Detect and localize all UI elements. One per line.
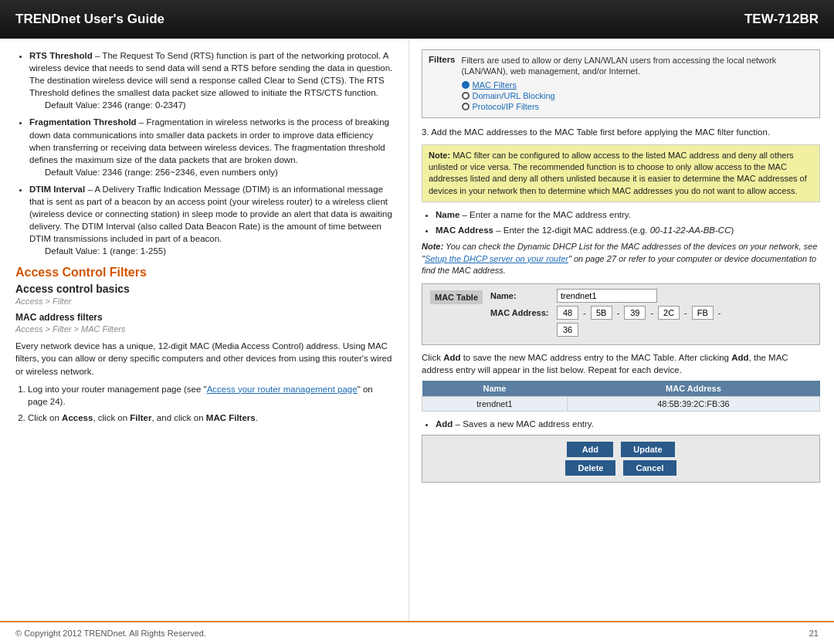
filter-content: Filters are used to allow or deny LAN/WL…: [462, 55, 813, 113]
management-page-link[interactable]: Access your router management page: [207, 385, 358, 394]
breadcrumb-access-filter: Access > Filter: [15, 297, 395, 306]
page-number: 21: [809, 629, 819, 638]
add-bullet: Add – Saves a new MAC address entry.: [436, 418, 820, 430]
setup-dhcp-link[interactable]: Setup the DHCP server on your router: [425, 254, 568, 263]
list-item-dtim: DTIM Interval – A Delivery Traffic Indic…: [29, 183, 395, 258]
right-column: Filters Filters are used to allow or den…: [409, 39, 834, 621]
mac-name-label: Name:: [490, 291, 552, 300]
mac-description: Every network device has a unique, 12-di…: [15, 340, 395, 378]
action-buttons: Add Update Delete Cancel: [422, 435, 820, 483]
mac-address-label: MAC Address:: [490, 308, 552, 317]
frag-term: Fragmentation Threshold: [29, 117, 137, 127]
list-item-frag: Fragmentation Threshold – Fragmentation …: [29, 116, 395, 178]
filter-option-domain: Domain/URL Blocking: [462, 91, 813, 100]
mac-table-form: MAC Table Name: MAC Address: - - - -: [422, 283, 820, 345]
section-heading-acf: Access Control Filters: [15, 266, 395, 280]
footer: © Copyright 2012 TRENDnet. All Rights Re…: [0, 621, 834, 644]
filter-options: MAC Filters Domain/URL Blocking Protocol…: [462, 80, 813, 111]
radio-mac: [462, 81, 470, 89]
header: TRENDnet User's Guide TEW-712BR: [0, 0, 834, 39]
dtim-term: DTIM Interval: [29, 185, 85, 194]
mac-row-address: 48:5B:39:2C:FB:36: [567, 396, 819, 411]
subsection-heading-acb: Access control basics: [15, 283, 395, 295]
col-mac: MAC Address: [567, 381, 819, 397]
mac-list-table: Name MAC Address trendnet1 48:5B:39:2C:F…: [422, 381, 820, 412]
delete-button[interactable]: Delete: [565, 460, 615, 476]
radio-protocol: [462, 103, 470, 110]
copyright-text: © Copyright 2012 TRENDnet. All Rights Re…: [15, 629, 206, 638]
col-name: Name: [422, 381, 568, 397]
mac-list-row: trendnet1 48:5B:39:2C:FB:36: [422, 396, 820, 411]
note-italic-2: Note: You can check the Dynamic DHCP Lis…: [422, 241, 820, 276]
step-2: Click on Access, click on Filter, and cl…: [28, 412, 395, 424]
mac-seg-3[interactable]: [624, 306, 646, 320]
steps-list: Log into your router management page (se…: [28, 383, 395, 424]
step-3-text: 3. Add the MAC addresses to the MAC Tabl…: [422, 126, 820, 138]
step-1: Log into your router management page (se…: [28, 383, 395, 408]
right-bullets: Name – Enter a name for the MAC address …: [436, 208, 820, 236]
mac-form: Name: MAC Address: - - - - -: [490, 289, 720, 340]
cancel-button[interactable]: Cancel: [623, 460, 676, 476]
mac-seg-4[interactable]: [658, 306, 680, 320]
list-item-rts: RTS Threshold – The Request To Send (RTS…: [29, 49, 395, 111]
left-column: RTS Threshold – The Request To Send (RTS…: [0, 39, 409, 621]
rts-default: Default Value: 2346 (range: 0-2347): [45, 99, 395, 111]
mac-breadcrumb: Access > Filter > MAC Filters: [15, 324, 395, 334]
radio-domain: [462, 92, 470, 100]
filter-option-mac: MAC Filters: [462, 80, 813, 90]
mac-filter-heading: MAC address filters: [15, 312, 395, 323]
dtim-default: Default Value: 1 (range: 1-255): [45, 245, 395, 257]
note-box-1: Note: MAC filter can be configured to al…: [422, 144, 820, 203]
main-content: RTS Threshold – The Request To Send (RTS…: [0, 39, 834, 621]
mac-filters-link[interactable]: MAC Filters: [473, 80, 517, 90]
add-button[interactable]: Add: [567, 442, 613, 457]
wireless-settings-list: RTS Threshold – The Request To Send (RTS…: [29, 49, 395, 258]
mac-name-row: Name:: [490, 289, 720, 303]
header-title: TRENDnet User's Guide: [15, 12, 164, 27]
mac-seg-5[interactable]: [692, 306, 714, 320]
frag-default: Default Value: 2346 (range: 256~2346, ev…: [45, 166, 395, 178]
filter-screenshot: Filters Filters are used to allow or den…: [422, 49, 820, 118]
mac-address-row: MAC Address: - - - - -: [490, 306, 720, 320]
rts-term: RTS Threshold: [29, 51, 93, 60]
mac-address-row-2: [557, 323, 720, 337]
mac-name-input[interactable]: [557, 289, 657, 303]
mac-row-name: trendnet1: [422, 396, 568, 411]
add-bullet-list: Add – Saves a new MAC address entry.: [436, 418, 820, 430]
name-bullet: Name – Enter a name for the MAC address …: [436, 208, 820, 221]
btn-row-2: Delete Cancel: [565, 460, 676, 476]
update-button[interactable]: Update: [621, 442, 674, 457]
filter-option-protocol: Protocol/IP Filters: [462, 102, 813, 111]
mac-seg-1[interactable]: [557, 306, 578, 320]
header-model: TEW-712BR: [744, 12, 819, 27]
mac-seg-6[interactable]: [557, 323, 578, 337]
mac-address-bullet: MAC Address – Enter the 12-digit MAC add…: [436, 224, 820, 236]
btn-row-1: Add Update: [567, 442, 674, 457]
filter-label: Filters: [429, 55, 456, 113]
click-add-text: Click Add to save the new MAC address en…: [422, 351, 820, 376]
mac-table-label: MAC Table: [430, 290, 483, 304]
mac-seg-2[interactable]: [591, 306, 612, 320]
